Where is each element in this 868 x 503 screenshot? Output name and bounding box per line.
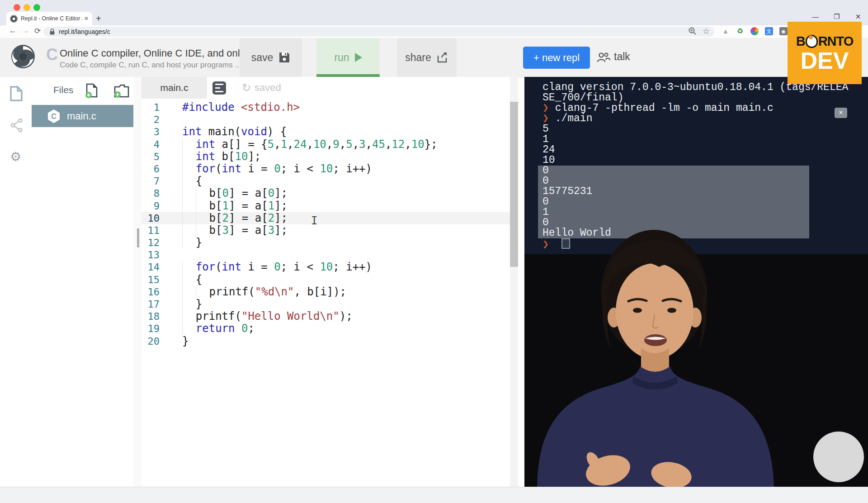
- code-token: {: [196, 175, 202, 187]
- traffic-light-zoom-icon[interactable]: [33, 4, 40, 11]
- zoom-icon[interactable]: [688, 27, 697, 36]
- page-subtitle: Code C, compile C, run C, and host your …: [60, 61, 241, 70]
- line-number: 4: [142, 138, 169, 151]
- code-token: ] = a[: [229, 212, 268, 224]
- share-button[interactable]: share: [397, 38, 457, 77]
- code-token: #include: [182, 101, 235, 114]
- address-bar[interactable]: repl.it/languages/c: [43, 27, 714, 37]
- gutter-pad: [169, 101, 182, 114]
- code-line-4[interactable]: 4int a[] = {5,1,24,10,9,5,3,45,12,10};: [142, 138, 510, 151]
- code-token: 9: [333, 138, 339, 151]
- code-line-15[interactable]: 15{: [142, 274, 510, 286]
- splitter-scrollbar[interactable]: [137, 228, 139, 247]
- gutter-pad: [169, 298, 182, 310]
- save-status: ↻ saved: [242, 81, 281, 94]
- extension-colorwheel-icon[interactable]: [750, 27, 759, 35]
- add-file-icon[interactable]: [85, 83, 99, 99]
- indent-guide: [182, 175, 196, 187]
- panel-splitter[interactable]: [133, 77, 142, 487]
- extension-recycle-icon[interactable]: ♻: [736, 27, 744, 35]
- browser-tab[interactable]: Repl.it - Online C Editor and IDE ✕: [6, 12, 92, 25]
- code-token: "%d\n": [255, 286, 294, 298]
- code-line-8[interactable]: 8b[0] = a[0];: [142, 187, 510, 199]
- gutter-pad: [169, 187, 182, 199]
- code-token: }: [182, 335, 189, 347]
- editor-scrollbar-thumb[interactable]: [510, 102, 518, 267]
- console-line-4: ❯ ./main: [524, 114, 868, 124]
- line-number: 5: [142, 151, 169, 163]
- tab-close-icon[interactable]: ✕: [84, 15, 89, 22]
- code-token: 3: [222, 224, 229, 237]
- code-line-11[interactable]: 11b[3] = a[3];: [142, 224, 510, 237]
- code-token: ,: [340, 138, 346, 151]
- traffic-light-close-icon[interactable]: [14, 4, 20, 11]
- extension-translate-icon[interactable]: 文: [765, 27, 773, 35]
- tab-title: Repl.it - Online C Editor and IDE: [21, 15, 82, 22]
- forward-icon[interactable]: →: [22, 26, 29, 35]
- code-line-9[interactable]: 9b[1] = a[1];: [142, 200, 510, 212]
- code-line-14[interactable]: 14for(int i = 0; i < 10; i++): [142, 261, 510, 273]
- reload-icon[interactable]: ⟳: [34, 26, 41, 36]
- code-line-18[interactable]: 18printf("Hello World\n");: [142, 310, 510, 323]
- code-line-6[interactable]: 6for(int i = 0; i < 10; i++): [142, 163, 510, 175]
- tab-strip: [0, 0, 868, 25]
- save-button[interactable]: save: [240, 38, 302, 77]
- run-button[interactable]: run: [316, 38, 380, 77]
- code-token: printf(: [209, 286, 255, 298]
- files-rail-icon[interactable]: [10, 86, 23, 101]
- code-line-7[interactable]: 7{: [142, 175, 510, 187]
- code-token: ];: [274, 212, 288, 224]
- format-code-icon[interactable]: [212, 81, 226, 95]
- code-line-17[interactable]: 17}: [142, 298, 510, 310]
- console-output[interactable]: clang version 7.0.0-3~ubuntu0.18.04.1 (t…: [524, 77, 868, 487]
- new-repl-button[interactable]: + new repl: [523, 47, 590, 69]
- code-token: a[] = {: [215, 138, 268, 151]
- indent-guide: [196, 200, 209, 212]
- window-maximize-button[interactable]: ❐: [834, 13, 840, 21]
- console-line-15: Hello World: [524, 228, 868, 238]
- extension-adblock-icon[interactable]: ▲: [722, 27, 730, 35]
- code-line-13[interactable]: 13: [142, 249, 510, 261]
- overlay-close-badge-icon[interactable]: ✕: [835, 108, 847, 118]
- console-line-2: SE_700/final): [524, 93, 868, 103]
- back-icon[interactable]: ←: [9, 26, 17, 35]
- page-title: Online C compiler, Online C IDE, and onl…: [60, 47, 256, 59]
- code-line-1[interactable]: 1#include <stdio.h>: [142, 101, 510, 114]
- replit-logo-icon[interactable]: [10, 43, 36, 70]
- new-tab-button[interactable]: +: [96, 14, 101, 24]
- window-minimize-button[interactable]: —: [812, 13, 819, 20]
- code-line-3[interactable]: 3int main(void) {: [142, 126, 510, 138]
- code-token: ;: [248, 323, 254, 335]
- code-line-19[interactable]: 19return 0;: [142, 323, 510, 335]
- code-token: return: [196, 323, 235, 335]
- gutter-pad: [169, 249, 182, 261]
- talk-button[interactable]: talk: [597, 51, 630, 63]
- add-folder-icon[interactable]: [114, 84, 129, 98]
- settings-gear-icon[interactable]: ⚙: [10, 149, 21, 164]
- play-icon: [355, 53, 362, 62]
- bookmark-star-icon[interactable]: ☆: [703, 26, 710, 36]
- editor-tab-main-c[interactable]: main.c: [142, 77, 207, 99]
- indent-guide: [196, 286, 209, 298]
- borntodev-bottom-text: DEV: [801, 49, 849, 72]
- code-line-2[interactable]: 2: [142, 114, 510, 126]
- prompt-icon: ❯: [542, 239, 555, 251]
- traffic-light-minimize-icon[interactable]: [24, 4, 30, 11]
- code-line-12[interactable]: 12}: [142, 237, 510, 249]
- code-line-16[interactable]: 16printf("%d\n", b[i]);: [142, 286, 510, 298]
- c-file-icon: C: [47, 109, 61, 124]
- code-line-5[interactable]: 5int b[10];: [142, 151, 510, 163]
- share-nodes-rail-icon[interactable]: [11, 119, 23, 132]
- code-editor[interactable]: 1#include <stdio.h>23int main(void) {4in…: [142, 99, 510, 487]
- extension-camera-icon[interactable]: ◉: [779, 27, 788, 35]
- code-token: int: [222, 163, 241, 175]
- code-token: ; i++): [333, 261, 372, 273]
- code-token: ,: [366, 138, 372, 151]
- code-token: 3: [268, 224, 274, 237]
- code-line-20[interactable]: 20}: [142, 335, 510, 347]
- file-item-main-c[interactable]: C main.c: [32, 105, 133, 127]
- code-token: ,: [385, 138, 392, 151]
- indent-guide: [182, 261, 196, 273]
- window-close-button[interactable]: ✕: [855, 13, 861, 21]
- code-line-10[interactable]: 10b[2] = a[2];: [142, 212, 510, 224]
